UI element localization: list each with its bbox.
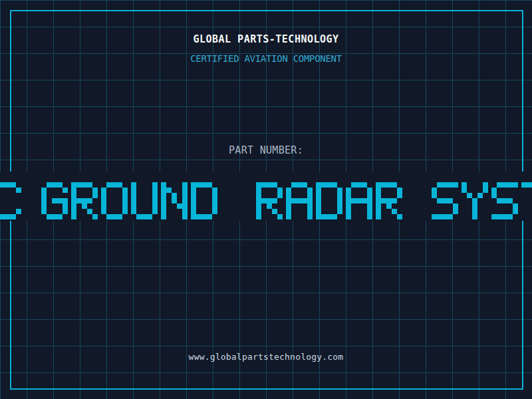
website-url: www.globalpartstechnology.com [0, 352, 532, 362]
certification-subtitle: CERTIFIED AVIATION COMPONENT [0, 53, 532, 64]
part-number-marquee [0, 172, 532, 221]
brand-title: GLOBAL PARTS-TECHNOLOGY [0, 33, 532, 45]
part-number-label: PART NUMBER: [0, 144, 532, 156]
grid-background: GLOBAL PARTS-TECHNOLOGY CERTIFIED AVIATI… [0, 0, 532, 399]
part-number-marquee-band [0, 172, 532, 221]
